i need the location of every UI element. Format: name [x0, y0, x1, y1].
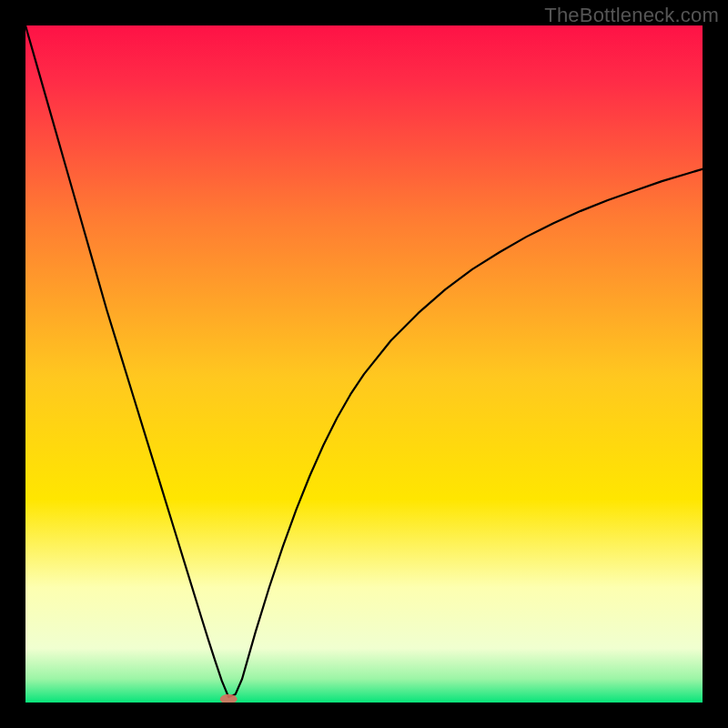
chart-svg [25, 25, 703, 703]
chart-frame: TheBottleneck.com [0, 0, 728, 728]
plot-area [25, 25, 703, 703]
watermark-text: TheBottleneck.com [544, 4, 719, 27]
gradient-background [25, 25, 703, 703]
optimal-point-marker [220, 694, 237, 703]
